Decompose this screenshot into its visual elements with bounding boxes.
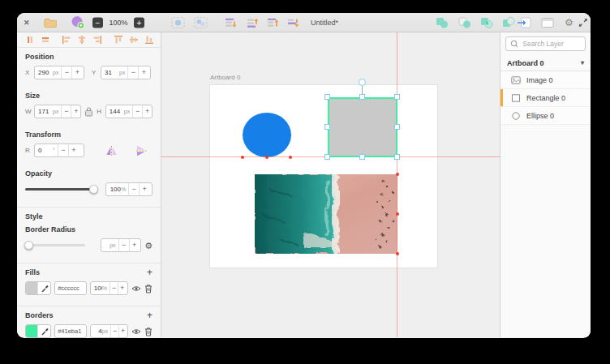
border-width-plus-button[interactable]: + [118,325,127,337]
group-button[interactable] [171,16,185,28]
resize-handle-se[interactable] [394,154,400,160]
border-radius-slider-knob[interactable] [24,241,33,250]
align-top-button[interactable] [114,35,123,45]
fill-opacity-input[interactable] [91,285,102,292]
border-radius-field: px − + [101,238,141,252]
fill-opacity-plus-button[interactable]: + [118,282,126,294]
rotation-handle[interactable] [359,79,366,86]
border-color-swatch[interactable] [26,325,37,337]
border-width-input[interactable] [91,328,102,335]
border-radius-input[interactable] [101,242,110,249]
fill-visibility-button[interactable] [131,285,141,292]
zoom-in-button[interactable]: + [134,17,144,28]
align-middle-vertical-button[interactable] [129,35,139,45]
open-file-button[interactable] [44,17,57,28]
zoom-out-button[interactable]: − [92,17,103,28]
flip-vertical-button[interactable] [135,145,148,156]
border-hex-input[interactable] [55,328,86,335]
bring-forward-icon [247,17,259,28]
union-button[interactable] [436,17,449,28]
fill-delete-button[interactable] [144,284,152,293]
fill-color-swatch[interactable] [26,282,37,294]
border-eyedropper-button[interactable] [37,325,50,337]
border-radius-slider[interactable] [25,241,85,250]
send-backward-button[interactable] [225,17,237,28]
align-bottom-button[interactable] [144,35,154,45]
ungroup-button[interactable] [194,16,208,28]
resize-handle-w[interactable] [324,124,330,130]
y-minus-button[interactable]: − [127,66,138,79]
image-object[interactable] [255,174,397,254]
layer-search-input[interactable] [521,39,581,49]
align-left-button[interactable] [62,35,71,45]
flip-horizontal-button[interactable] [105,145,118,156]
fill-eyedropper-button[interactable] [37,282,50,294]
bring-to-front-button[interactable] [267,17,279,28]
position-section: Position X px − + Y px − + [17,48,161,87]
border-visibility-button[interactable] [131,328,141,335]
fill-opacity-minus-button[interactable]: − [110,282,118,294]
add-fill-button[interactable]: + [147,268,152,276]
fullscreen-button[interactable] [578,18,588,28]
resize-handle-n[interactable] [359,94,365,100]
add-border-button[interactable]: + [147,311,152,319]
export-button[interactable] [517,17,531,28]
rectangle-shape[interactable] [328,97,397,157]
r-minus-button[interactable]: − [58,144,68,156]
fill-hex-input[interactable] [55,285,86,292]
opacity-minus-button[interactable]: − [128,183,139,195]
opacity-slider[interactable] [25,185,97,194]
height-input[interactable] [106,108,124,115]
border-delete-button[interactable] [144,327,152,336]
ellipse-shape[interactable] [243,113,291,157]
align-center-horizontal-button[interactable] [77,35,87,45]
close-button[interactable]: ✕ [24,19,30,27]
intersect-button[interactable] [480,17,493,28]
new-shape-button[interactable] [71,15,85,29]
layer-item-rectangle[interactable]: Rectangle 0 [500,89,591,107]
vertical-guide[interactable] [397,32,397,337]
layout-panels-button[interactable] [541,17,554,28]
settings-button[interactable]: ⚙ [565,18,573,28]
h-plus-button[interactable]: + [142,105,152,118]
opacity-input[interactable] [106,186,121,193]
artboard-group-header[interactable]: Artboard 0 ▾ [500,55,591,71]
titlebar: ✕ − 100% + [17,13,591,32]
align-toolbar [17,32,161,48]
exclude-button[interactable] [502,17,515,28]
layer-item-ellipse[interactable]: Ellipse 0 [500,107,591,125]
distribute-vertical-button[interactable] [41,35,50,45]
resize-handle-s[interactable] [359,154,365,160]
x-input[interactable] [35,69,53,76]
layer-item-image[interactable]: Image 0 [500,71,591,89]
width-input[interactable] [35,108,53,115]
border-radius-title: Border Radius [25,225,152,233]
align-right-button[interactable] [92,35,102,45]
resize-handle-nw[interactable] [324,94,330,100]
resize-handle-ne[interactable] [394,94,400,100]
fill-color-group [25,281,51,295]
opacity-slider-knob[interactable] [89,185,98,194]
border-width-minus-button[interactable]: − [110,325,118,337]
x-minus-button[interactable]: − [61,66,71,79]
x-plus-button[interactable]: + [71,66,82,79]
distribute-horizontal-button[interactable] [25,35,35,45]
w-minus-button[interactable]: − [61,105,71,118]
resize-handle-e[interactable] [394,124,400,130]
y-input[interactable] [101,69,119,76]
border-radius-minus-button[interactable]: − [118,239,129,251]
r-plus-button[interactable]: + [68,144,79,156]
opacity-plus-button[interactable]: + [139,183,149,195]
border-radius-plus-button[interactable]: + [129,239,140,251]
resize-handle-sw[interactable] [324,154,330,160]
subtract-button[interactable] [458,17,471,28]
rotation-input[interactable] [35,147,53,154]
lock-aspect-button[interactable] [84,106,93,117]
y-plus-button[interactable]: + [138,66,148,79]
h-minus-button[interactable]: − [132,105,142,118]
border-radius-settings-button[interactable]: ⚙ [144,241,152,251]
canvas[interactable]: Artboard 0 [161,32,500,337]
send-to-back-button[interactable] [287,17,299,28]
w-plus-button[interactable]: + [71,105,80,118]
bring-forward-button[interactable] [247,17,259,28]
